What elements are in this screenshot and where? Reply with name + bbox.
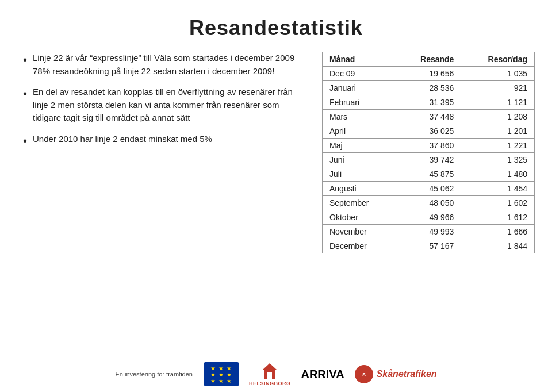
table-cell: 1 480: [461, 167, 535, 182]
skanetrafiken-symbol: S: [358, 368, 370, 380]
list-item: Under 2010 har linje 2 endast minskat me…: [23, 133, 299, 149]
helsingborg-text: HELSINGBORG: [249, 381, 291, 386]
table-cell: Mars: [323, 110, 396, 124]
table-cell: 921: [461, 81, 535, 95]
table-cell: Januari: [323, 81, 396, 95]
table-cell: 1 844: [461, 239, 535, 253]
table-cell: November: [323, 225, 396, 239]
table-row: Dec 0919 6561 035: [323, 67, 535, 81]
col-header-month: Månad: [323, 52, 396, 67]
table-cell: 37 448: [396, 110, 461, 124]
table-row: April36 0251 201: [323, 124, 535, 139]
footer-tagline: En investering för framtiden: [115, 371, 193, 378]
table-cell: 48 050: [396, 196, 461, 210]
table-cell: Juni: [323, 153, 396, 167]
table-cell: 31 395: [396, 95, 461, 110]
table-cell: April: [323, 124, 396, 139]
table-cell: 1 121: [461, 95, 535, 110]
table-cell: Oktober: [323, 210, 396, 225]
footer-logos: ★ ★ ★★ ★ ★★ ★ ★ HELSINGBORG ARRIVA S Skå: [204, 362, 437, 386]
left-panel: Linje 22 är vår “expresslinje” till Väla…: [23, 52, 305, 253]
table-row: Maj37 8601 221: [323, 139, 535, 153]
statistics-table: Månad Resande Resor/dag Dec 0919 6561 03…: [322, 52, 535, 253]
table-cell: Februari: [323, 95, 396, 110]
table-cell: 45 875: [396, 167, 461, 182]
table-cell: Augusti: [323, 182, 396, 196]
bullet-text: Under 2010 har linje 2 endast minskat me…: [33, 133, 212, 146]
table-cell: Juli: [323, 167, 396, 182]
list-item: En del av resandet kan kopplas till en ö…: [23, 86, 299, 125]
content-area: Linje 22 är vår “expresslinje” till Väla…: [0, 52, 552, 259]
table-cell: 1 612: [461, 210, 535, 225]
table-cell: 45 062: [396, 182, 461, 196]
table-row: November49 9931 666: [323, 225, 535, 239]
arriva-brand-text: ARRIVA: [301, 368, 344, 381]
table-cell: 49 993: [396, 225, 461, 239]
bullet-list: Linje 22 är vår “expresslinje” till Väla…: [23, 52, 299, 149]
skanetrafiken-icon: S: [355, 365, 373, 383]
arriva-logo: ARRIVA: [301, 368, 344, 381]
col-header-resordag: Resor/dag: [461, 52, 535, 67]
table-cell: 39 742: [396, 153, 461, 167]
skanetrafiken-text: Skånetrafiken: [377, 369, 437, 379]
table-cell: 1 666: [461, 225, 535, 239]
table-row: Mars37 4481 208: [323, 110, 535, 124]
table-cell: 1 221: [461, 139, 535, 153]
eu-logo: ★ ★ ★★ ★ ★★ ★ ★: [204, 362, 239, 386]
table-row: December57 1671 844: [323, 239, 535, 253]
list-item: Linje 22 är vår “expresslinje” till Väla…: [23, 52, 299, 78]
table-cell: 1 325: [461, 153, 535, 167]
table-cell: 57 167: [396, 239, 461, 253]
bullet-text: Linje 22 är vår “expresslinje” till Väla…: [33, 52, 294, 78]
table-cell: 49 966: [396, 210, 461, 225]
table-row: September48 0501 602: [323, 196, 535, 210]
table-cell: 37 860: [396, 139, 461, 153]
page-title: Resandestatistik: [0, 0, 552, 52]
table-row: Juni39 7421 325: [323, 153, 535, 167]
table-row: Juli45 8751 480: [323, 167, 535, 182]
table-row: Oktober49 9661 612: [323, 210, 535, 225]
table-cell: 1 035: [461, 67, 535, 81]
table-cell: 19 656: [396, 67, 461, 81]
eu-stars-icon: ★ ★ ★★ ★ ★★ ★ ★: [210, 365, 232, 384]
table-cell: Dec 09: [323, 67, 396, 81]
table-row: Februari31 3951 121: [323, 95, 535, 110]
footer: En investering för framtiden ★ ★ ★★ ★ ★★…: [0, 362, 552, 386]
col-header-resande: Resande: [396, 52, 461, 67]
skanetrafiken-logo: S Skånetrafiken: [355, 365, 437, 383]
table-row: Augusti45 0621 454: [323, 182, 535, 196]
svg-marker-1: [262, 363, 277, 370]
table-cell: 36 025: [396, 124, 461, 139]
bullet-text: En del av resandet kan kopplas till en ö…: [33, 86, 299, 125]
helsingborg-icon: [261, 362, 278, 379]
table-cell: 1 208: [461, 110, 535, 124]
table-cell: 28 536: [396, 81, 461, 95]
right-panel: Månad Resande Resor/dag Dec 0919 6561 03…: [322, 52, 535, 253]
svg-rect-2: [267, 372, 272, 379]
helsingborg-logo: HELSINGBORG: [249, 362, 291, 386]
table-cell: 1 454: [461, 182, 535, 196]
table-cell: September: [323, 196, 396, 210]
table-cell: Maj: [323, 139, 396, 153]
svg-text:S: S: [362, 372, 366, 378]
table-cell: 1 602: [461, 196, 535, 210]
table-cell: 1 201: [461, 124, 535, 139]
table-row: Januari28 536921: [323, 81, 535, 95]
table-cell: December: [323, 239, 396, 253]
